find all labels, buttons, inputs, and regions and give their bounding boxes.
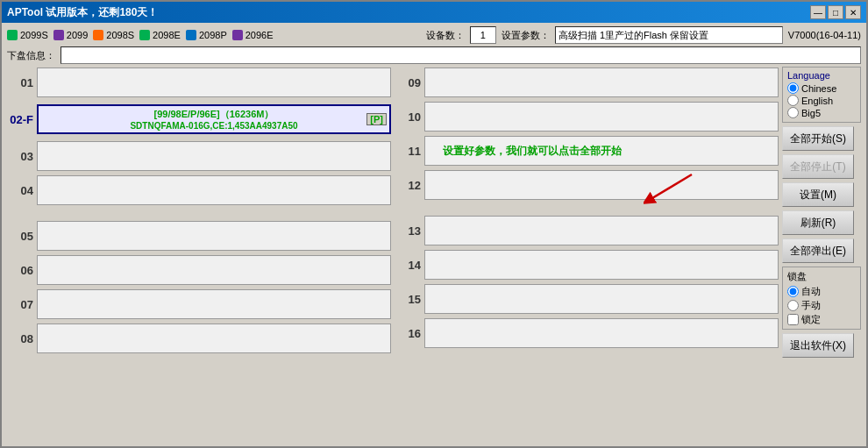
legend-bar: 2099S 2099 2098S 2098E 2098P 2096E (7, 26, 861, 44)
legend-dot-2098s (93, 30, 103, 40)
version-label: V7000(16-04-11) (788, 30, 861, 40)
legend-label-2098s: 2098S (106, 30, 134, 40)
slot-row-14: 14 (395, 249, 779, 281)
slot-box-12[interactable] (424, 170, 779, 200)
minimize-button[interactable]: — (810, 5, 826, 19)
param-label: 设置参数： (502, 29, 550, 42)
lock-checkbox-item[interactable]: 锁定 (787, 313, 856, 326)
slot-box-14[interactable] (424, 250, 779, 280)
radio-big5-label: Big5 (801, 108, 821, 118)
right-spacer (395, 203, 779, 212)
legend-2096e: 2096E (232, 30, 274, 40)
lock-checkbox[interactable] (787, 314, 799, 325)
legend-label-2099s: 2099S (20, 30, 48, 40)
radio-big5[interactable]: Big5 (787, 107, 856, 118)
slot-row-16: 16 (395, 317, 779, 349)
legend-label-2099: 2099 (67, 30, 88, 40)
exit-button[interactable]: 退出软件(X) (782, 333, 854, 358)
radio-chinese-label: Chinese (801, 83, 836, 94)
refresh-button[interactable]: 刷新(R) (782, 210, 854, 235)
right-slots-column: 09 10 11 设置好参数，我们就可以点击全部开始 (395, 67, 779, 443)
title-bar-controls: — □ ✕ (810, 5, 861, 19)
slot-number-01: 01 (7, 76, 33, 89)
slot-row-06: 06 (7, 254, 391, 286)
radio-manual-input[interactable] (787, 300, 799, 311)
slot-box-02-inner: [99/98E/P/96E]（16236M） SDTNQFAMA-016G,CE… (39, 106, 389, 132)
slot-box-08[interactable] (37, 324, 391, 353)
legend-dot-2099s (7, 30, 18, 40)
main-content: 2099S 2099 2098S 2098E 2098P 2096E (2, 23, 866, 446)
start-all-button[interactable]: 全部开始(S) (782, 126, 854, 151)
legend-2098p: 2098P (186, 30, 227, 40)
radio-chinese[interactable]: Chinese (787, 82, 856, 94)
radio-english[interactable]: English (787, 95, 856, 106)
slot-text-02-line2: SDTNQFAMA-016G,CE:1,453AA4937A50 (130, 121, 297, 131)
maximize-button[interactable]: □ (828, 5, 843, 19)
xiaopan-bar: 下盘信息： (7, 46, 861, 64)
slot-text-02-line1: [99/98E/P/96E]（16236M） (154, 108, 274, 121)
slot-row-01: 01 (7, 67, 391, 98)
slot-box-15[interactable] (424, 284, 779, 314)
close-button[interactable]: ✕ (845, 5, 861, 19)
radio-auto-label: 自动 (801, 285, 821, 298)
xiaopan-input[interactable] (60, 46, 861, 64)
slot-number-04: 04 (7, 184, 33, 197)
left-slot-group-1: 01 02-F [99/98E/P/96E]（16236M） SDTNQFAMA… (7, 67, 391, 206)
legend-2099s: 2099S (7, 30, 48, 40)
slot-box-16[interactable] (424, 318, 779, 348)
slot-box-13[interactable] (424, 216, 779, 245)
lock-checkbox-label: 锁定 (801, 313, 821, 326)
eject-all-button[interactable]: 全部弹出(E) (782, 238, 854, 263)
radio-english-label: English (801, 96, 833, 106)
slot-row-07: 07 (7, 288, 391, 320)
legend-dot-2099 (53, 30, 64, 40)
radio-auto-input[interactable] (787, 286, 799, 297)
slot-box-09[interactable] (424, 68, 779, 97)
settings-button[interactable]: 设置(M) (782, 182, 854, 207)
slot-row-02: 02-F [99/98E/P/96E]（16236M） SDTNQFAMA-01… (7, 101, 391, 138)
slot-box-01[interactable] (37, 68, 391, 97)
slot-box-06[interactable] (37, 255, 391, 285)
slot-box-07[interactable] (37, 289, 391, 319)
radio-auto[interactable]: 自动 (787, 285, 856, 298)
device-count-input[interactable] (470, 26, 496, 44)
slot-number-07: 07 (7, 298, 33, 311)
slot-box-05[interactable] (37, 221, 391, 251)
param-input[interactable] (555, 26, 783, 44)
slot-number-14: 14 (395, 259, 421, 272)
slot-number-08: 08 (7, 332, 33, 345)
slot-box-02[interactable]: [99/98E/P/96E]（16236M） SDTNQFAMA-016G,CE… (37, 104, 391, 134)
device-count-label: 设备数： (426, 29, 465, 42)
slot-row-10: 10 (395, 101, 779, 132)
radio-manual-label: 手动 (801, 299, 821, 312)
right-slot-group-2: 13 14 15 16 (395, 215, 779, 349)
slot-number-13: 13 (395, 224, 421, 238)
slot-row-11: 11 设置好参数，我们就可以点击全部开始 (395, 135, 779, 167)
slot-number-16: 16 (395, 327, 421, 340)
slot-row-09: 09 (395, 67, 779, 98)
slot-row-13: 13 (395, 215, 779, 246)
slot-number-05: 05 (7, 230, 33, 243)
language-group: Language Chinese English Big5 (782, 67, 861, 123)
stop-all-button[interactable]: 全部停止(T) (782, 154, 854, 179)
top-right-controls: 设备数： 设置参数： V7000(16-04-11) (426, 26, 861, 44)
radio-english-input[interactable] (787, 95, 799, 106)
radio-big5-input[interactable] (787, 107, 799, 118)
lock-group: 锁盘 自动 手动 锁定 (782, 267, 861, 330)
lock-title: 锁盘 (787, 270, 856, 283)
slot-box-03[interactable] (37, 141, 391, 171)
legend-label-2098e: 2098E (153, 30, 181, 40)
window-title: APTool 试用版本，还剩180天！ (7, 5, 158, 20)
radio-manual[interactable]: 手动 (787, 299, 856, 312)
slots-wrapper: 01 02-F [99/98E/P/96E]（16236M） SDTNQFAMA… (7, 67, 779, 443)
slot-number-11: 11 (395, 145, 421, 158)
slot-box-11[interactable]: 设置好参数，我们就可以点击全部开始 (424, 136, 779, 166)
slot-box-04[interactable] (37, 175, 391, 205)
left-slots-column: 01 02-F [99/98E/P/96E]（16236M） SDTNQFAMA… (7, 67, 391, 443)
slot-box-10[interactable] (424, 102, 779, 132)
slot-row-15: 15 (395, 283, 779, 315)
button-panel: 全部开始(S) 全部停止(T) 设置(M) 刷新(R) 全部弹出(E) (782, 126, 861, 263)
annotation-text: 设置好参数，我们就可以点击全部开始 (443, 144, 622, 159)
legend-label-2096e: 2096E (245, 30, 274, 40)
radio-chinese-input[interactable] (787, 82, 799, 94)
